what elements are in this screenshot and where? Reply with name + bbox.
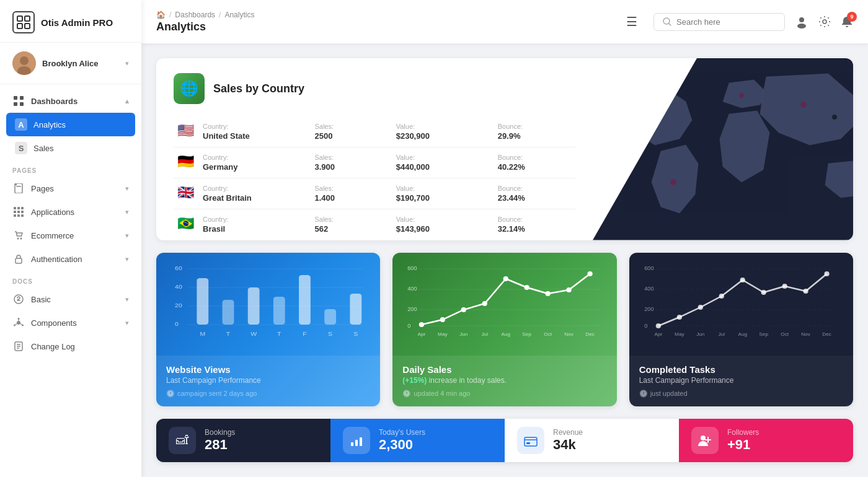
value-value: $190,700 <box>396 193 490 203</box>
sidebar-item-ecommerce[interactable]: Ecommerce ▾ <box>0 224 141 247</box>
country-label: Country: <box>203 216 307 223</box>
settings-icon[interactable] <box>818 15 831 28</box>
search-input[interactable] <box>676 17 776 27</box>
svg-rect-123 <box>360 437 362 446</box>
sidebar-item-authentication[interactable]: Authentication ▾ <box>0 247 141 271</box>
avatar <box>12 51 36 75</box>
sales-label: Sales: <box>314 154 388 161</box>
bounce-label: Bounce: <box>498 216 572 223</box>
svg-text:S: S <box>353 330 358 336</box>
country-name: Great Britain <box>203 193 307 203</box>
svg-rect-121 <box>351 442 353 446</box>
svg-point-82 <box>525 285 529 290</box>
svg-point-104 <box>676 315 681 320</box>
sales-card-header: 🌐 Sales by Country <box>174 73 575 104</box>
sidebar-item-analytics[interactable]: A Analytics <box>6 113 135 136</box>
svg-text:0: 0 <box>408 323 411 329</box>
svg-text:200: 200 <box>408 306 417 312</box>
bounce-label: Bounce: <box>498 185 572 192</box>
topbar: 🏠 / Dashboards / Analytics Analytics ☰ <box>141 0 868 43</box>
sidebar-item-changelog[interactable]: Change Log <box>0 335 141 358</box>
sales-table-area: 🌐 Sales by Country 🇺🇸 Country: United St… <box>156 58 593 240</box>
svg-point-109 <box>782 284 787 289</box>
users-chart-icon <box>343 427 370 454</box>
value-label: Value: <box>396 185 490 192</box>
user-area[interactable]: Brooklyn Alice ▾ <box>0 43 141 84</box>
bounce-label: Bounce: <box>498 154 572 161</box>
daily-sales-title: Daily Sales <box>402 364 606 375</box>
svg-point-26 <box>17 321 20 325</box>
website-views-chart: 60 40 20 0 <box>156 253 380 356</box>
svg-text:Apr: Apr <box>654 331 662 337</box>
completed-tasks-subtitle: Last Campaign Performance <box>639 376 843 385</box>
components-label: Components <box>31 318 119 328</box>
daily-sales-subtitle: (+15%) increase in today sales. <box>402 376 606 385</box>
basic-icon <box>12 293 25 305</box>
svg-point-39 <box>799 17 804 22</box>
home-icon: 🏠 <box>156 11 166 19</box>
svg-point-77 <box>419 322 424 327</box>
country-flag: 🇬🇧 <box>177 185 194 200</box>
value-label: Value: <box>396 123 490 130</box>
search-icon <box>663 17 671 26</box>
svg-rect-2 <box>17 24 22 28</box>
website-views-subtitle: Last Campaign Performance <box>166 376 370 385</box>
sales-value: 1.400 <box>314 193 388 203</box>
stat-followers: Followers +91 <box>679 419 853 462</box>
main-content: 🏠 / Dashboards / Analytics Analytics ☰ <box>141 0 868 477</box>
sales-card-title: Sales by Country <box>213 82 304 95</box>
svg-text:600: 600 <box>644 265 653 271</box>
country-row: 🇧🇷 Country: Brasil Sales: 562 Value: $14… <box>174 209 575 240</box>
sidebar-item-applications[interactable]: Applications ▾ <box>0 200 141 224</box>
svg-rect-21 <box>21 214 24 217</box>
svg-rect-13 <box>14 207 16 209</box>
components-icon <box>12 317 25 329</box>
sidebar-item-dashboards[interactable]: Dashboards ▴ <box>0 89 141 113</box>
svg-rect-14 <box>17 207 20 209</box>
breadcrumb: 🏠 / Dashboards / Analytics Analytics <box>156 11 610 33</box>
svg-point-78 <box>440 317 445 322</box>
breadcrumb-current: Analytics <box>224 11 254 19</box>
svg-point-79 <box>461 307 466 312</box>
svg-point-106 <box>719 294 724 299</box>
dashboards-chevron-icon: ▴ <box>125 97 129 105</box>
hamburger-icon[interactable]: ☰ <box>626 14 637 29</box>
revenue-label: Revenue <box>553 428 583 437</box>
sidebar-item-sales[interactable]: S Sales <box>0 136 141 160</box>
stat-revenue-text: Revenue 34k <box>553 428 583 453</box>
sidebar-item-basic[interactable]: Basic ▾ <box>0 287 141 311</box>
bookings-label: Bookings <box>205 428 235 437</box>
svg-point-108 <box>761 290 766 295</box>
world-map <box>593 58 853 240</box>
svg-rect-1 <box>25 16 30 21</box>
svg-point-43 <box>739 93 744 98</box>
search-box[interactable] <box>653 13 785 31</box>
sidebar-item-pages[interactable]: Pages ▾ <box>0 177 141 200</box>
applications-icon <box>12 206 25 218</box>
bounce-label: Bounce: <box>498 123 572 130</box>
svg-text:F: F <box>303 330 306 336</box>
svg-text:Jun: Jun <box>459 331 467 337</box>
svg-rect-57 <box>248 287 260 325</box>
sidebar-item-components[interactable]: Components ▾ <box>0 311 141 335</box>
stat-users: Today's Users 2,300 <box>330 419 505 462</box>
profile-icon[interactable] <box>795 15 808 28</box>
revenue-icon <box>517 427 544 454</box>
stats-row: 🛋 Bookings 281 Today's Users 2,3 <box>156 419 853 462</box>
svg-rect-24 <box>16 258 22 263</box>
svg-text:20: 20 <box>175 302 182 308</box>
sidebar: Otis Admin PRO Brooklyn Alice ▾ <box>0 0 141 477</box>
notifications-icon[interactable]: 9 <box>841 15 853 28</box>
svg-line-32 <box>16 324 17 325</box>
sales-icon: S <box>15 142 27 154</box>
completed-tasks-footer: 🕐 just updated <box>639 390 843 398</box>
svg-rect-122 <box>355 440 358 446</box>
svg-text:0: 0 <box>644 323 647 329</box>
sales-label: Sales: <box>314 123 388 130</box>
svg-point-84 <box>567 287 572 292</box>
authentication-icon <box>12 253 25 265</box>
svg-rect-61 <box>350 294 361 325</box>
svg-text:Jul: Jul <box>718 331 725 337</box>
svg-point-44 <box>800 102 807 108</box>
svg-rect-8 <box>20 96 24 100</box>
